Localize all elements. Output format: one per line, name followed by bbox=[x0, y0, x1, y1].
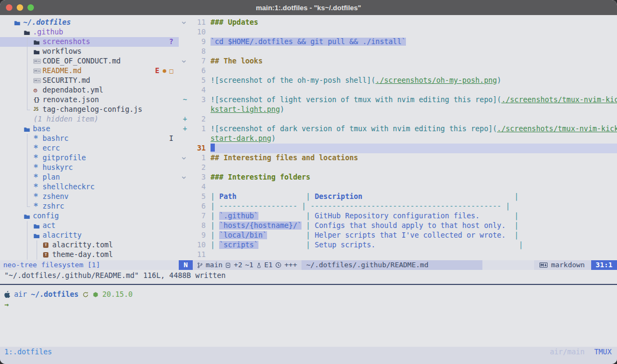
indent-guide bbox=[27, 134, 27, 144]
editor-line[interactable]: 4 bbox=[179, 182, 617, 192]
tree-item-tag-changelog-config-js[interactable]: JStag-changelog-config.js bbox=[0, 105, 179, 115]
editor-line[interactable]: 7## The looks bbox=[179, 56, 617, 66]
tree-item-readme-md[interactable]: README.mdE●□ bbox=[0, 66, 179, 76]
text-segment: | bbox=[375, 241, 523, 249]
editor-line[interactable]: 10| `scripts` | Setup scripts. | bbox=[179, 240, 617, 250]
editor-line[interactable]: 11### Updates bbox=[179, 18, 617, 27]
window-title: main:1:.dotfiles - "ks~/.dotfiles" bbox=[0, 4, 617, 12]
tree-item-renovate-json[interactable]: {}renovate.json bbox=[0, 95, 179, 105]
editor-line[interactable]: 7| `.github` | GitHub Repository configu… bbox=[179, 211, 617, 221]
editor-line[interactable]: 5| Path | Description | bbox=[179, 192, 617, 202]
text-segment: | bbox=[258, 241, 315, 249]
text-segment: | bbox=[211, 222, 219, 230]
tree-item-label: ecrc bbox=[43, 144, 60, 153]
indent-guide bbox=[27, 173, 27, 182]
tree-item-bashrc[interactable]: *bashrcI bbox=[0, 134, 179, 144]
tree-item-label: gitprofile bbox=[43, 153, 86, 163]
folder-icon bbox=[33, 221, 40, 231]
editor-line[interactable]: 5![screenshot of the oh-my-posh shell](.… bbox=[179, 76, 617, 85]
tree-item-label: SECURITY.md bbox=[43, 76, 90, 85]
editor-line[interactable]: +2 bbox=[179, 115, 617, 124]
tree-item--1-hidden-item-[interactable]: (1 hidden item) bbox=[0, 115, 179, 124]
command-message-line: "~/.dotfiles/.github/README.md" 116L, 44… bbox=[0, 270, 617, 284]
tree-item-alacritty[interactable]: alacritty bbox=[0, 231, 179, 240]
indent-guide bbox=[27, 153, 27, 163]
editor-line[interactable]: 3### Interesting folders bbox=[179, 173, 617, 182]
tree-item--dotfiles[interactable]: ~/.dotfiles bbox=[0, 18, 179, 27]
editor-line[interactable]: 9| `local/bin` | Helper scripts that I'v… bbox=[179, 231, 617, 240]
tree-item--github[interactable]: .github bbox=[0, 27, 179, 37]
editor-line[interactable]: 31 bbox=[179, 144, 617, 153]
indent-guide bbox=[27, 250, 27, 260]
braces-icon: {} bbox=[33, 95, 39, 105]
tree-item-screenshots[interactable]: screenshots? bbox=[0, 37, 179, 47]
tree-item-security-md[interactable]: SECURITY.md bbox=[0, 76, 179, 85]
tree-item-plan[interactable]: *plan bbox=[0, 173, 179, 182]
tree-item-base[interactable]: base bbox=[0, 124, 179, 134]
shell-pane[interactable]: air~/.dotfiles20.15.0 → bbox=[0, 285, 617, 347]
line-number: 5 bbox=[187, 76, 206, 85]
tree-item-zshrc[interactable]: *zshrc bbox=[0, 202, 179, 211]
editor-buffer[interactable]: 11### Updates109`cd $HOME/.dotfiles && g… bbox=[179, 15, 617, 260]
editor-line[interactable]: start-dark.png) bbox=[179, 134, 617, 144]
editor-line[interactable]: 8| `hosts/{hostname}/` | Configs that sh… bbox=[179, 221, 617, 231]
diagnostics-icon bbox=[256, 262, 262, 269]
tree-item-workflows[interactable]: workflows bbox=[0, 47, 179, 56]
tree-item-shellcheckrc[interactable]: *shellcheckrc bbox=[0, 182, 179, 192]
tree-item-huskyrc[interactable]: *huskyrc bbox=[0, 163, 179, 173]
text-segment: | bbox=[480, 212, 519, 220]
star-icon: * bbox=[33, 134, 38, 144]
text-segment: | bbox=[267, 231, 315, 239]
prompt-arrow[interactable]: → bbox=[4, 299, 617, 310]
status-badge: ? bbox=[169, 37, 173, 47]
line-text: ### Updates bbox=[211, 18, 617, 27]
folder-icon bbox=[14, 18, 20, 27]
tree-item-code-of-conduct-md[interactable]: CODE_OF_CONDUCT.md bbox=[0, 56, 179, 66]
tree-item-label: theme-day.toml bbox=[52, 250, 113, 260]
editor-line[interactable]: 11 bbox=[179, 250, 617, 260]
editor-line[interactable]: 6| ------------------ | ----------------… bbox=[179, 202, 617, 211]
text-segment: GitHub Repository configuration files. bbox=[315, 212, 480, 220]
editor-line[interactable]: 8 bbox=[179, 47, 617, 56]
line-number: 7 bbox=[187, 211, 206, 221]
line-text: ## The looks bbox=[211, 56, 617, 66]
indent-guide bbox=[27, 66, 27, 76]
diagnostics-count: E1 bbox=[264, 260, 273, 270]
line-text: `cd $HOME/.dotfiles && git pull && ./ins… bbox=[211, 37, 617, 47]
editor-line[interactable]: +1![screenshot of dark version of tmux w… bbox=[179, 124, 617, 134]
text-segment: ### Updates bbox=[211, 18, 258, 26]
tree-item-act[interactable]: act bbox=[0, 221, 179, 231]
editor-line[interactable]: 6 bbox=[179, 66, 617, 76]
line-text: kstart-light.png) bbox=[211, 105, 617, 115]
clock-icon bbox=[275, 262, 282, 268]
editor-line[interactable]: 4 bbox=[179, 85, 617, 95]
status-badge: □ bbox=[170, 66, 173, 76]
indent-guide bbox=[27, 85, 27, 95]
indent-guide bbox=[27, 163, 27, 173]
tmux-window-name[interactable]: 1:.dotfiles bbox=[4, 348, 52, 356]
text-cursor bbox=[211, 144, 215, 152]
editor-line[interactable]: 2 bbox=[179, 163, 617, 173]
text-segment: | bbox=[211, 212, 219, 220]
diff-changed: ~1 bbox=[245, 260, 254, 270]
editor-line[interactable]: 10 bbox=[179, 27, 617, 37]
line-number: 4 bbox=[187, 85, 206, 95]
editor-line[interactable]: 9`cd $HOME/.dotfiles && git pull && ./in… bbox=[179, 37, 617, 47]
text-segment: ) bbox=[280, 105, 284, 113]
tree-item-zshenv[interactable]: *zshenv bbox=[0, 192, 179, 202]
indent-guide bbox=[27, 202, 27, 206]
neotree-status: neo-tree filesystem [1] bbox=[0, 260, 179, 270]
tree-item-config[interactable]: config bbox=[0, 211, 179, 221]
tree-item-label: shellcheckrc bbox=[43, 182, 95, 192]
tree-item-gitprofile[interactable]: *gitprofile bbox=[0, 153, 179, 163]
tree-item-alacritty-toml[interactable]: Talacritty.toml bbox=[0, 240, 179, 250]
tree-item-badges: ? bbox=[169, 37, 173, 47]
text-segment: ) bbox=[497, 76, 501, 84]
js-icon: JS bbox=[33, 105, 39, 115]
editor-line[interactable]: kstart-light.png) bbox=[179, 105, 617, 115]
tree-item-theme-day-toml[interactable]: Ttheme-day.toml bbox=[0, 250, 179, 260]
editor-line[interactable]: ~3![screenshot of light version of tmux … bbox=[179, 95, 617, 105]
editor-line[interactable]: 1## Interesting files and locations bbox=[179, 153, 617, 163]
tree-item-ecrc[interactable]: *ecrc bbox=[0, 144, 179, 153]
tree-item-dependabot-yml[interactable]: ⚙dependabot.yml bbox=[0, 85, 179, 95]
